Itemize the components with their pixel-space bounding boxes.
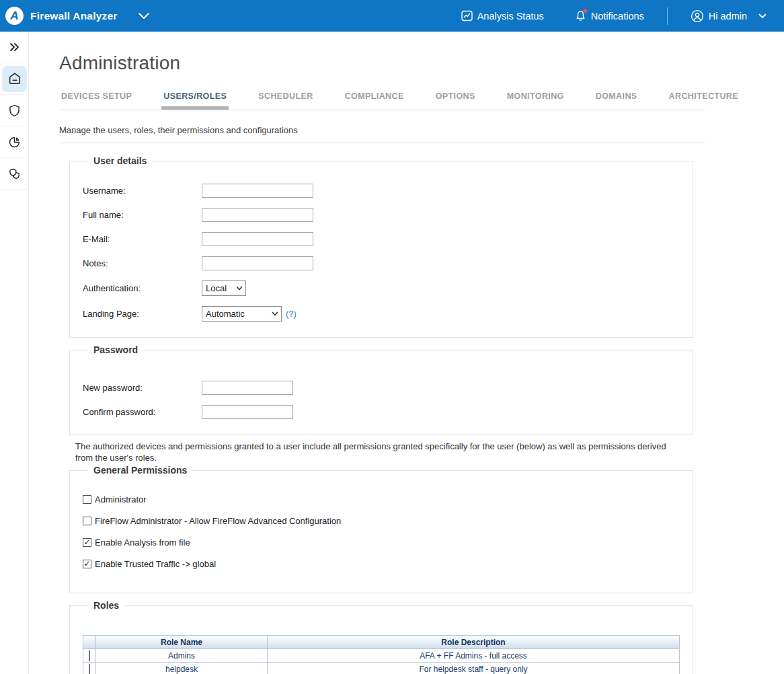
home-icon <box>2 66 27 92</box>
user-menu[interactable]: Hi admin <box>691 9 767 23</box>
landing-page-help-link[interactable]: (?) <box>286 309 297 319</box>
fireflow-administrator-checkbox[interactable] <box>83 517 91 525</box>
sidebar-item-policies[interactable] <box>0 158 29 190</box>
notifications-bell-icon <box>575 10 586 22</box>
administrator-label: Administrator <box>95 494 147 504</box>
tab-architecture[interactable]: ARCHITECTURE <box>667 91 740 110</box>
roles-header-name: Role Name <box>96 636 268 649</box>
authentication-label: Authentication: <box>83 283 202 293</box>
email-label: E-Mail: <box>83 234 202 244</box>
left-sidebar <box>0 32 29 674</box>
username-label: Username: <box>83 186 202 196</box>
confirm-password-label: Confirm password: <box>83 407 202 417</box>
chevron-down-icon <box>272 311 278 316</box>
permissions-note: The authorized devices and permissions g… <box>75 441 686 463</box>
roles-header-description: Role Description <box>268 636 680 649</box>
user-avatar-icon <box>691 9 704 23</box>
trusted-traffic-label: Enable Trusted Traffic -> global <box>95 559 216 569</box>
roles-header-checkbox-cell <box>83 636 96 649</box>
role-name-cell[interactable]: helpdesk <box>96 663 268 674</box>
admins-role-checkbox[interactable] <box>89 650 90 661</box>
user-details-section: User details Username: Full name: E-Mail… <box>69 155 693 338</box>
authentication-selected-value: Local <box>206 283 227 293</box>
shield-icon <box>2 98 27 124</box>
analysis-from-file-checkbox[interactable]: ✓ <box>83 538 91 547</box>
role-description-cell: For helpdesk staff - query only <box>268 663 680 674</box>
analysis-status-button[interactable]: Analysis Status <box>461 10 544 22</box>
landing-page-label: Landing Page: <box>83 309 202 319</box>
general-permissions-section: General Permissions Administrator FireFl… <box>69 465 693 593</box>
user-details-legend: User details <box>88 155 152 166</box>
helpdesk-role-checkbox[interactable] <box>89 664 90 674</box>
permission-fireflow-administrator[interactable]: FireFlow Administrator - Allow FireFlow … <box>83 516 680 526</box>
tab-monitoring[interactable]: MONITORING <box>505 91 566 110</box>
tabs-divider <box>59 110 705 110</box>
email-input[interactable] <box>202 232 313 246</box>
permission-analysis-from-file[interactable]: ✓ Enable Analysis from file <box>83 537 680 548</box>
pie-chart-icon <box>2 129 27 155</box>
new-password-input[interactable] <box>202 381 293 395</box>
fullname-input[interactable] <box>202 208 313 222</box>
notification-badge-dot <box>583 9 587 13</box>
analysis-from-file-label: Enable Analysis from file <box>95 537 190 548</box>
top-bar: A Firewall Analyzer Analysis Status Noti… <box>0 0 784 32</box>
authentication-select[interactable]: Local <box>202 280 246 296</box>
tab-users-roles[interactable]: USERS/ROLES <box>161 91 229 110</box>
permission-administrator[interactable]: Administrator <box>83 494 680 504</box>
landing-page-select[interactable]: Automatic <box>202 306 282 322</box>
app-switcher-chevron-icon[interactable] <box>139 13 149 20</box>
tab-devices-setup[interactable]: DEVICES SETUP <box>59 91 134 110</box>
roles-table: Role Name Role Description Admins AFA + … <box>83 635 680 674</box>
analysis-status-icon <box>461 10 473 22</box>
double-shield-icon <box>2 161 27 187</box>
role-name-cell[interactable]: Admins <box>96 649 268 663</box>
notifications-button[interactable]: Notifications <box>575 10 644 22</box>
role-checkbox-cell <box>83 649 96 663</box>
notifications-label: Notifications <box>591 11 644 22</box>
roles-legend: Roles <box>88 600 124 611</box>
user-greeting: Hi admin <box>709 11 747 22</box>
app-title: Firewall Analyzer <box>30 10 117 22</box>
tab-options[interactable]: OPTIONS <box>434 91 477 110</box>
confirm-password-input[interactable] <box>202 405 293 419</box>
subtitle-divider <box>59 143 705 143</box>
sidebar-item-home[interactable] <box>0 63 29 95</box>
trusted-traffic-checkbox[interactable]: ✓ <box>83 560 91 568</box>
tab-compliance[interactable]: COMPLIANCE <box>343 91 406 110</box>
main-content: Administration DEVICES SETUP USERS/ROLES… <box>29 32 784 674</box>
roles-header-row: Role Name Role Description <box>83 636 680 649</box>
sidebar-expand-button[interactable] <box>0 32 29 63</box>
admin-tabs: DEVICES SETUP USERS/ROLES SCHEDULER COMP… <box>59 91 784 110</box>
tab-domains[interactable]: DOMAINS <box>594 91 639 110</box>
sidebar-item-reports[interactable] <box>0 126 29 158</box>
notes-input[interactable] <box>202 256 313 270</box>
fireflow-administrator-label: FireFlow Administrator - Allow FireFlow … <box>95 516 341 526</box>
algosec-logo-icon: A <box>5 7 24 25</box>
role-description-cell: AFA + FF Admins - full access <box>268 649 680 663</box>
user-menu-chevron-icon <box>758 13 767 19</box>
role-row-admins: Admins AFA + FF Admins - full access <box>83 649 680 663</box>
page-title: Administration <box>59 52 784 74</box>
password-section: Password New password: Confirm password: <box>69 344 693 435</box>
topbar-divider <box>667 7 668 25</box>
new-password-label: New password: <box>83 383 202 393</box>
username-input[interactable] <box>202 184 313 198</box>
double-chevron-right-icon <box>2 34 27 61</box>
page-subtitle: Manage the users, roles, their permissio… <box>59 125 784 135</box>
password-legend: Password <box>88 344 143 355</box>
permission-trusted-traffic[interactable]: ✓ Enable Trusted Traffic -> global <box>83 559 680 569</box>
role-checkbox-cell <box>83 663 96 674</box>
role-row-helpdesk: helpdesk For helpdesk staff - query only <box>83 663 680 674</box>
landing-page-selected-value: Automatic <box>206 309 245 319</box>
chevron-down-icon <box>236 286 243 291</box>
roles-section: Roles Role Name Role Description Admins … <box>69 600 693 674</box>
administrator-checkbox[interactable] <box>83 495 91 504</box>
sidebar-item-devices[interactable] <box>0 95 29 126</box>
tab-scheduler[interactable]: SCHEDULER <box>256 91 315 110</box>
general-permissions-legend: General Permissions <box>88 465 192 476</box>
fullname-label: Full name: <box>83 210 202 220</box>
analysis-status-label: Analysis Status <box>477 11 544 22</box>
notes-label: Notes: <box>83 258 202 268</box>
